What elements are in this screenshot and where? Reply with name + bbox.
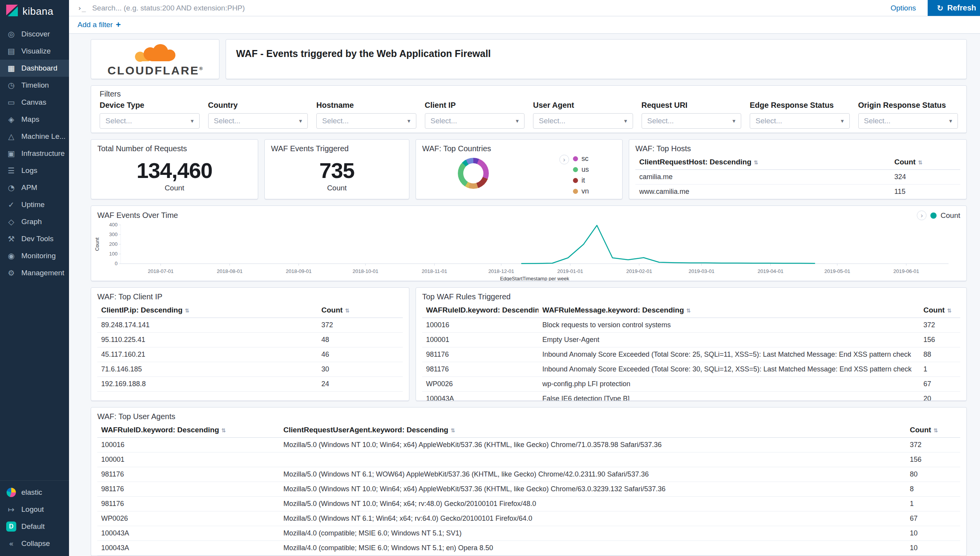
column-header-label: WAFRuleID.keyword: Descending bbox=[101, 426, 219, 434]
top-countries-title: WAF: Top Countries bbox=[416, 140, 622, 155]
sidebar-item-canvas[interactable]: ▭Canvas bbox=[0, 94, 69, 111]
filter-field-request-uri: Request URISelect...▾ bbox=[642, 101, 742, 129]
sidebar-item-timelion[interactable]: ◷Timelion bbox=[0, 77, 69, 94]
total-requests-value: 134,460 bbox=[91, 158, 258, 183]
filter-select-client-ip[interactable]: Select...▾ bbox=[425, 113, 525, 129]
filter-field-country: CountrySelect...▾ bbox=[208, 101, 308, 129]
legend-item-vn[interactable]: vn bbox=[573, 187, 589, 195]
filter-select-device-type[interactable]: Select...▾ bbox=[100, 113, 200, 129]
table-row: 100016Block requests to version control … bbox=[422, 318, 960, 333]
table-cell: Mozilla/4.0 (compatible; MSIE 6.0; Windo… bbox=[280, 541, 906, 556]
sidebar-item-apm[interactable]: ◔APM bbox=[0, 179, 69, 196]
table-cell: 88 bbox=[920, 347, 960, 362]
sidebar-item-collapse[interactable]: «Collapse bbox=[0, 535, 69, 552]
column-header-count[interactable]: Count⇅ bbox=[317, 303, 403, 318]
column-header-clientrequestuseragent-keyword-descending[interactable]: ClientRequestUserAgent.keyword: Descendi… bbox=[280, 423, 906, 438]
sidebar-item-label: Dev Tools bbox=[21, 235, 53, 243]
svg-text:100: 100 bbox=[109, 251, 117, 257]
column-header-count[interactable]: Count⇅ bbox=[890, 155, 960, 170]
table-cell: 67 bbox=[920, 377, 960, 392]
sidebar-item-machine-le[interactable]: △Machine Le... bbox=[0, 128, 69, 145]
kibana-home-link[interactable]: kibana bbox=[0, 0, 69, 22]
panel-top-waf-rules: Top WAF Rules Triggered WAFRuleID.keywor… bbox=[416, 287, 967, 401]
sidebar-item-logout[interactable]: ↦Logout bbox=[0, 501, 69, 518]
filter-label-device-type: Device Type bbox=[100, 101, 200, 110]
svg-text:2018-09-01: 2018-09-01 bbox=[286, 268, 312, 274]
events-legend-dot bbox=[930, 212, 937, 219]
table-row: 95.110.225.4148 bbox=[97, 333, 403, 347]
sidebar-item-management[interactable]: ⚙Management bbox=[0, 264, 69, 281]
sidebar-item-maps[interactable]: ◈Maps bbox=[0, 111, 69, 128]
filter-select-country[interactable]: Select...▾ bbox=[208, 113, 308, 129]
sidebar-item-dashboard[interactable]: ▦Dashboard bbox=[0, 60, 69, 77]
filter-select-origin-response-status[interactable]: Select...▾ bbox=[858, 113, 958, 129]
table-row: 192.169.188.824 bbox=[97, 377, 403, 392]
main-area: ›_ Options ↻ Refresh Add a filter + bbox=[69, 0, 980, 556]
table-cell: Mozilla/5.0 (Windows NT 10.0; Win64; x64… bbox=[280, 438, 906, 452]
sidebar-item-elastic[interactable]: elastic bbox=[0, 484, 69, 501]
sidebar-item-dev-tools[interactable]: ⚒Dev Tools bbox=[0, 230, 69, 247]
filter-label-country: Country bbox=[208, 101, 308, 110]
filter-select-request-uri[interactable]: Select...▾ bbox=[642, 113, 742, 129]
legend-item-it[interactable]: it bbox=[573, 176, 589, 185]
visualize-chart-icon: ▤ bbox=[6, 47, 16, 56]
sidebar-item-graph[interactable]: ◇Graph bbox=[0, 213, 69, 230]
sidebar-item-uptime[interactable]: ✓Uptime bbox=[0, 196, 69, 213]
filter-select-edge-response-status[interactable]: Select...▾ bbox=[750, 113, 850, 129]
sort-icon: ⇅ bbox=[221, 427, 226, 433]
table-cell: False IE6 detection [Type B] bbox=[538, 392, 920, 401]
column-header-clientip-ip-descending[interactable]: ClientIP.ip: Descending⇅ bbox=[97, 303, 317, 318]
refresh-button[interactable]: ↻ Refresh bbox=[928, 0, 980, 16]
panel-top-client-ip: WAF: Top Client IP ClientIP.ip: Descendi… bbox=[91, 287, 409, 401]
column-header-clientrequesthost-descending[interactable]: ClientRequestHost: Descending⇅ bbox=[635, 155, 890, 170]
sort-icon: ⇅ bbox=[918, 159, 923, 166]
sidebar-item-monitoring[interactable]: ◉Monitoring bbox=[0, 247, 69, 264]
sidebar-item-visualize[interactable]: ▤Visualize bbox=[0, 43, 69, 60]
column-header-count[interactable]: Count⇅ bbox=[920, 303, 960, 318]
search-input[interactable] bbox=[92, 4, 885, 12]
top-hosts-title: WAF: Top Hosts bbox=[629, 140, 966, 155]
filter-select-user-agent[interactable]: Select...▾ bbox=[533, 113, 633, 129]
table-cell: 115 bbox=[890, 185, 960, 199]
svg-text:2019-05-01: 2019-05-01 bbox=[825, 268, 851, 274]
table-cell: camilia.me bbox=[635, 170, 890, 185]
graph-nodes-icon: ◇ bbox=[6, 217, 16, 226]
filter-select-hostname[interactable]: Select...▾ bbox=[316, 113, 416, 129]
chevron-down-icon: ▾ bbox=[407, 117, 411, 124]
options-link[interactable]: Options bbox=[890, 4, 916, 12]
svg-text:2018-10-01: 2018-10-01 bbox=[352, 268, 378, 274]
table-cell: Mozilla/5.0 (Windows NT 10.0; Win64; x64… bbox=[280, 482, 906, 497]
panel-dashboard-title: WAF - Events triggered by the Web Applic… bbox=[226, 39, 967, 79]
sidebar-item-default[interactable]: DDefault bbox=[0, 518, 69, 535]
column-header-wafrulemessage-keyword-descending[interactable]: WAFRuleMessage.keyword: Descending⇅ bbox=[538, 303, 920, 318]
legend-label: it bbox=[581, 176, 585, 185]
filters-row: Device TypeSelect...▾CountrySelect...▾Ho… bbox=[100, 101, 958, 129]
filter-label-hostname: Hostname bbox=[316, 101, 416, 110]
table-cell: 100001 bbox=[422, 333, 538, 347]
sidebar-item-label: Maps bbox=[21, 115, 39, 124]
add-filter-link[interactable]: Add a filter + bbox=[78, 21, 121, 29]
sidebar-item-logs[interactable]: ☰Logs bbox=[0, 162, 69, 179]
table-cell: 30 bbox=[317, 362, 403, 377]
table-cell: 156 bbox=[920, 333, 960, 347]
column-header-wafruleid-keyword-descending[interactable]: WAFRuleID.keyword: Descending⇅ bbox=[422, 303, 538, 318]
legend-item-sc[interactable]: sc bbox=[573, 155, 589, 163]
table-row: 71.6.146.18530 bbox=[97, 362, 403, 377]
events-legend-label[interactable]: Count bbox=[940, 211, 960, 220]
panel-cloudflare-logo: CLOUDFLARE® bbox=[91, 39, 219, 79]
table-cell: 372 bbox=[317, 318, 403, 333]
column-header-count[interactable]: Count⇅ bbox=[906, 423, 960, 438]
legend-toggle-icon[interactable]: › bbox=[917, 211, 927, 220]
column-header-wafruleid-keyword-descending[interactable]: WAFRuleID.keyword: Descending⇅ bbox=[97, 423, 280, 438]
table-cell: 100016 bbox=[422, 318, 538, 333]
logs-lines-icon: ☰ bbox=[6, 166, 16, 175]
legend-item-us[interactable]: us bbox=[573, 166, 589, 174]
select-placeholder: Select... bbox=[756, 117, 782, 125]
legend-toggle-icon[interactable]: › bbox=[559, 155, 569, 164]
table-cell: 48 bbox=[317, 333, 403, 347]
sidebar-item-infrastructure[interactable]: ▣Infrastructure bbox=[0, 145, 69, 162]
sidebar-item-discover[interactable]: ◎Discover bbox=[0, 26, 69, 43]
filter-field-hostname: HostnameSelect...▾ bbox=[316, 101, 416, 129]
table-row: 100001156 bbox=[97, 452, 960, 467]
table-cell: Mozilla/5.0 (Windows NT 10.0; Win64; x64… bbox=[280, 497, 906, 511]
